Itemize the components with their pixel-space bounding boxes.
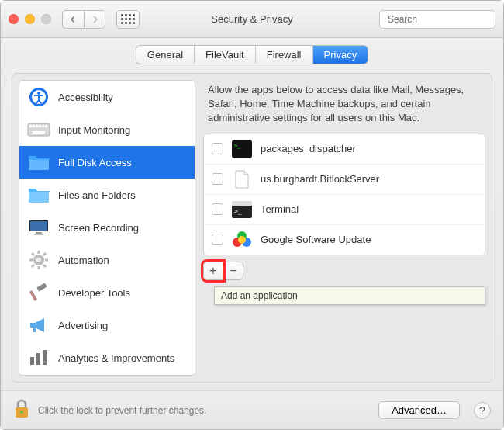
sidebar-item-label: Developer Tools xyxy=(58,287,130,299)
hammer-icon xyxy=(27,283,50,303)
tabs-row: General FileVault Firewall Privacy xyxy=(1,38,503,70)
svg-rect-10 xyxy=(42,125,44,127)
sidebar-item-screen-recording[interactable]: Screen Recording xyxy=(19,211,195,244)
tab-privacy[interactable]: Privacy xyxy=(313,46,368,64)
gear-icon xyxy=(27,250,50,270)
document-icon xyxy=(231,170,253,189)
search-field[interactable] xyxy=(379,10,495,29)
show-all-button[interactable] xyxy=(116,10,140,29)
svg-point-18 xyxy=(36,258,41,262)
sidebar-item-label: Full Disk Access xyxy=(58,157,132,168)
minus-icon: − xyxy=(230,264,236,278)
svg-rect-8 xyxy=(36,125,38,127)
svg-rect-15 xyxy=(36,232,42,234)
tab-firewall[interactable]: Firewall xyxy=(256,46,313,64)
svg-text:>_: >_ xyxy=(234,143,241,149)
sidebar-item-full-disk-access[interactable]: Full Disk Access xyxy=(19,146,195,179)
window-controls xyxy=(9,14,51,24)
app-row[interactable]: Google Software Update xyxy=(204,225,485,255)
svg-rect-12 xyxy=(33,131,45,134)
bars-icon xyxy=(27,348,50,368)
search-input[interactable] xyxy=(388,14,504,25)
svg-rect-7 xyxy=(33,125,35,127)
lock-icon[interactable] xyxy=(13,399,30,421)
sidebar-item-input-monitoring[interactable]: Input Monitoring xyxy=(19,113,195,146)
keyboard-icon xyxy=(27,120,50,140)
svg-point-43 xyxy=(20,411,23,414)
sidebar-item-label: Screen Recording xyxy=(58,222,139,234)
svg-point-4 xyxy=(37,92,40,95)
google-update-icon xyxy=(231,231,253,249)
svg-rect-28 xyxy=(29,290,37,301)
titlebar: Security & Privacy xyxy=(1,1,503,38)
lock-text: Click the lock to prevent further change… xyxy=(38,405,206,416)
svg-rect-29 xyxy=(33,328,36,332)
sidebar-item-label: Advertising xyxy=(58,320,108,331)
svg-rect-32 xyxy=(43,350,47,365)
checkbox[interactable] xyxy=(212,173,223,185)
svg-rect-30 xyxy=(30,357,34,365)
svg-rect-31 xyxy=(36,353,40,365)
sidebar-item-accessibility[interactable]: Accessibility xyxy=(19,81,195,113)
help-icon: ? xyxy=(479,404,485,417)
content-pane: Accessibility Input Monitoring Full Disk… xyxy=(12,73,492,383)
display-icon xyxy=(27,217,50,238)
sidebar-item-label: Analytics & Improvements xyxy=(58,352,174,364)
close-window-button[interactable] xyxy=(9,14,19,24)
zoom-window-button xyxy=(41,14,51,24)
svg-rect-9 xyxy=(39,125,41,127)
forward-button[interactable] xyxy=(84,10,105,29)
svg-text:>_: >_ xyxy=(234,208,242,215)
terminal-green-icon: >_ xyxy=(231,140,253,158)
svg-line-24 xyxy=(43,265,46,267)
app-list[interactable]: >_ packages_dispatcher us.burghardt.Bitl… xyxy=(203,134,485,255)
tab-filevault[interactable]: FileVault xyxy=(195,46,256,64)
grid-icon xyxy=(121,14,135,24)
checkbox[interactable] xyxy=(212,203,223,215)
sidebar-item-label: Files and Folders xyxy=(58,189,136,201)
sidebar-item-automation[interactable]: Automation xyxy=(19,244,195,276)
checkbox[interactable] xyxy=(212,234,223,245)
add-remove-buttons: + − xyxy=(203,262,485,280)
app-name: packages_dispatcher xyxy=(261,143,356,154)
sidebar-item-developer-tools[interactable]: Developer Tools xyxy=(19,276,195,309)
sidebar-item-analytics[interactable]: Analytics & Improvements xyxy=(19,342,195,374)
sidebar-item-label: Automation xyxy=(58,255,109,266)
tooltip: Add an application xyxy=(214,286,485,305)
sidebar-item-label: Accessibility xyxy=(58,92,113,103)
minimize-window-button[interactable] xyxy=(25,14,35,24)
folder-icon xyxy=(27,152,50,172)
app-name: Google Software Update xyxy=(261,234,371,245)
app-row[interactable]: >_ Terminal xyxy=(204,195,485,225)
footer: Click the lock to prevent further change… xyxy=(1,390,503,429)
svg-rect-36 xyxy=(232,201,252,206)
terminal-icon: >_ xyxy=(231,200,253,219)
plus-icon: + xyxy=(209,264,216,278)
add-app-button[interactable]: + xyxy=(203,262,223,280)
folder-icon xyxy=(27,185,50,205)
sidebar-item-advertising[interactable]: Advertising xyxy=(19,309,195,342)
svg-rect-27 xyxy=(36,283,47,291)
svg-rect-11 xyxy=(45,125,47,127)
detail-pane: Allow the apps below to access data like… xyxy=(203,80,485,376)
back-button[interactable] xyxy=(62,10,84,29)
sidebar-item-files-folders[interactable]: Files and Folders xyxy=(19,179,195,211)
svg-rect-14 xyxy=(30,221,47,231)
sidebar-item-label: Input Monitoring xyxy=(58,124,130,136)
svg-rect-16 xyxy=(34,234,43,235)
accessibility-icon xyxy=(27,87,50,107)
checkbox[interactable] xyxy=(212,143,223,154)
tabs: General FileVault Firewall Privacy xyxy=(136,46,368,64)
app-name: Terminal xyxy=(261,203,299,215)
description-text: Allow the apps below to access data like… xyxy=(203,80,485,134)
nav-buttons xyxy=(62,10,105,29)
advanced-button[interactable]: Advanced… xyxy=(378,401,460,419)
megaphone-icon xyxy=(27,315,50,335)
privacy-sidebar[interactable]: Accessibility Input Monitoring Full Disk… xyxy=(19,80,195,376)
svg-point-41 xyxy=(238,236,246,244)
app-row[interactable]: us.burghardt.BitlockServer xyxy=(204,165,485,195)
help-button[interactable]: ? xyxy=(474,402,491,419)
tab-general[interactable]: General xyxy=(136,46,195,64)
app-row[interactable]: >_ packages_dispatcher xyxy=(204,134,485,165)
remove-app-button[interactable]: − xyxy=(223,262,243,280)
